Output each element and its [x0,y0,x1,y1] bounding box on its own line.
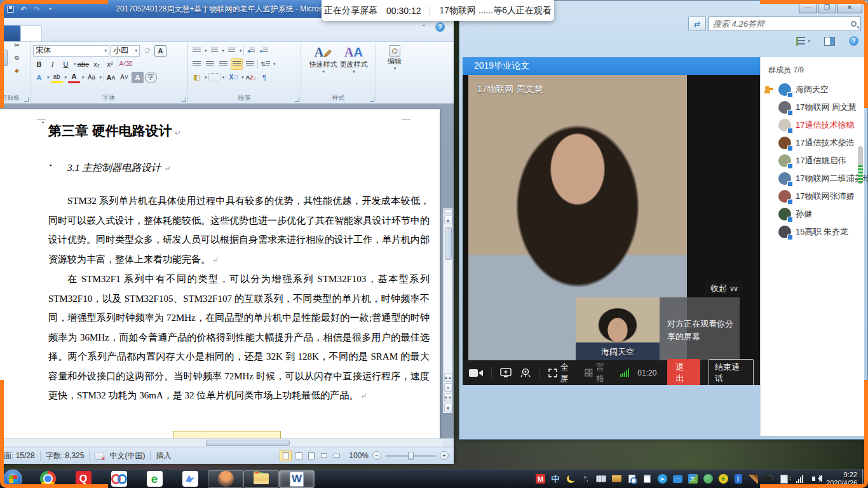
ime-toolbox-icon[interactable] [611,474,621,484]
align-center-icon[interactable] [204,58,216,70]
self-video-thumbnail[interactable]: 海阔天空 [576,297,660,360]
collapse-button[interactable]: 收起∨∨ [705,281,742,295]
zoom-in-icon[interactable]: + [440,451,449,460]
borders-icon[interactable] [208,73,220,81]
help-icon[interactable]: ? [849,36,858,46]
format-painter-icon[interactable]: ◆ [11,65,23,76]
help-icon[interactable]: ? [435,22,445,32]
member-list-item[interactable]: 17物联网 周文慧 [761,98,864,116]
char-border-icon[interactable]: A [154,45,166,57]
wubi-input-icon[interactable]: 文 [688,474,698,484]
projector-icon[interactable] [520,368,531,377]
numbering-icon[interactable] [208,45,220,57]
paste-button[interactable] [0,50,8,66]
hscroll-thumb[interactable] [206,440,290,446]
taskbar-clock[interactable]: 9:22 2020/4/26 [824,471,862,487]
align-left-icon[interactable] [191,58,203,70]
close-button[interactable]: ✕ [837,1,862,13]
member-list-item[interactable]: 孙健 [761,205,864,223]
zoom-out-icon[interactable]: − [372,451,381,460]
justify-icon[interactable] [231,58,243,70]
power-plug-icon[interactable] [779,474,789,484]
zoom-slider[interactable] [385,455,436,457]
safety-plus-icon[interactable]: + [718,474,728,484]
align-right-icon[interactable] [217,58,229,70]
font-size-select[interactable]: 小四▾ [111,45,140,57]
messenger-icon[interactable]: ➤ [657,474,667,484]
member-scrollbar-thumb[interactable] [858,146,863,184]
ribbon-tab[interactable] [123,25,144,41]
scroll-up-icon[interactable]: ▲ [444,215,452,224]
clipboard-dialog-launcher[interactable] [24,97,29,102]
font-name-select[interactable]: 宋体▾ [33,45,109,57]
green-globe-icon[interactable] [703,474,713,484]
browse-object-icon[interactable]: ● [444,383,452,392]
zoom-level[interactable]: 100% [349,451,369,460]
member-list-item[interactable]: 17通信技术徐稳 [761,116,864,134]
taskbar-app-button[interactable] [243,470,279,488]
outline-view-icon[interactable] [318,451,330,461]
insert-mode[interactable]: 插入 [156,451,171,461]
end-call-button[interactable]: 结束通话 [709,359,754,386]
shrink-font-icon[interactable]: A˅ [118,72,130,83]
cut-icon[interactable]: ✂ [11,39,23,51]
taskbar-app-button[interactable] [30,470,65,488]
minimize-button[interactable]: — [799,1,817,13]
satellite-icon[interactable] [764,474,774,484]
vertical-scrollbar[interactable]: ▲ ▲▲ ● ▼▼ ▼ [443,208,452,413]
paragraph-dialog-launcher[interactable] [295,97,299,102]
ribbon-tab[interactable] [42,25,62,41]
phonetic-guide-icon[interactable]: 文̈ [141,45,153,57]
chat-bubble-icon[interactable]: ⋯ [672,474,682,484]
distribute-icon[interactable] [244,58,256,70]
line-spacing-icon[interactable]: ⇅ [259,58,271,70]
search-icon[interactable] [851,21,857,27]
exit-button[interactable]: 退出 [667,359,700,386]
member-list-item[interactable]: 17物联网二班浦美玲 [761,170,864,187]
network-signal-icon[interactable] [794,474,804,484]
decrease-indent-icon[interactable]: ◂ [245,45,257,57]
prev-page-icon[interactable]: ▲▲ [444,373,452,382]
page-indicator[interactable]: 页面: 15/28 [0,451,35,461]
moon-icon[interactable] [566,474,576,484]
italic-icon[interactable]: I [46,58,58,70]
underline-icon[interactable]: U [60,58,72,70]
share-screen-icon[interactable] [500,368,512,377]
ribbon-tab[interactable] [144,25,164,41]
sort-icon[interactable]: AZ↓ [245,72,257,83]
taskbar-app-button[interactable] [101,470,137,488]
zoom-slider-thumb[interactable] [408,452,414,460]
spellcheck-icon[interactable] [95,452,104,460]
ribbon-tab[interactable] [20,25,42,41]
editing-button[interactable]: ⌬ 编辑 ▾ [379,45,410,71]
document-text[interactable]: 第三章 硬件电路设计 3.1 主控制器电路设计 STM32 系列单片机在具体使用… [48,122,430,406]
member-list-item[interactable]: 15高职 朱齐龙 [761,223,864,241]
quick-styles-button[interactable]: A🖉 快速样式 ▾ [309,45,337,74]
subscript-icon[interactable]: x₂ [91,58,103,70]
show-desktop-button[interactable] [862,470,868,488]
scroll-down-icon[interactable]: ▼ [444,403,452,412]
increase-indent-icon[interactable]: ▸ [259,45,271,57]
taskbar-app-button[interactable] [172,470,208,488]
show-marks-icon[interactable]: ¶ [259,72,271,83]
draft-view-icon[interactable] [330,451,342,461]
screen-share-toast[interactable]: 正在分享屏幕 00:30:12 17物联网 ......等6人正在观看 [322,0,554,21]
clear-formatting-icon[interactable]: A⌫ [119,58,133,70]
member-list-item[interactable]: 海阔天空 [761,81,864,98]
camera-icon[interactable] [469,369,483,377]
styles-dialog-launcher[interactable] [370,97,374,102]
member-list-item[interactable]: 17通信姚启伟 [761,152,864,170]
volume-icon[interactable] [810,474,820,484]
asian-layout-icon[interactable]: X⃝ [227,72,240,83]
taskbar-app-button[interactable]: W [279,470,315,488]
search-box[interactable] [709,17,861,31]
sync-icon[interactable]: ⇄ [688,17,706,31]
enclose-char-icon[interactable]: 字 [145,72,157,83]
text-effects-icon[interactable]: A [33,72,45,83]
shading-icon[interactable]: ◧ [191,72,203,83]
word-count[interactable]: 字数: 8,325 [46,451,85,461]
bluetooth-icon[interactable]: ᛒ [733,474,743,484]
fullscreen-reading-view-icon[interactable] [292,451,304,461]
strikethrough-icon[interactable]: abe [78,58,90,70]
ribbon-tab[interactable] [83,25,103,41]
